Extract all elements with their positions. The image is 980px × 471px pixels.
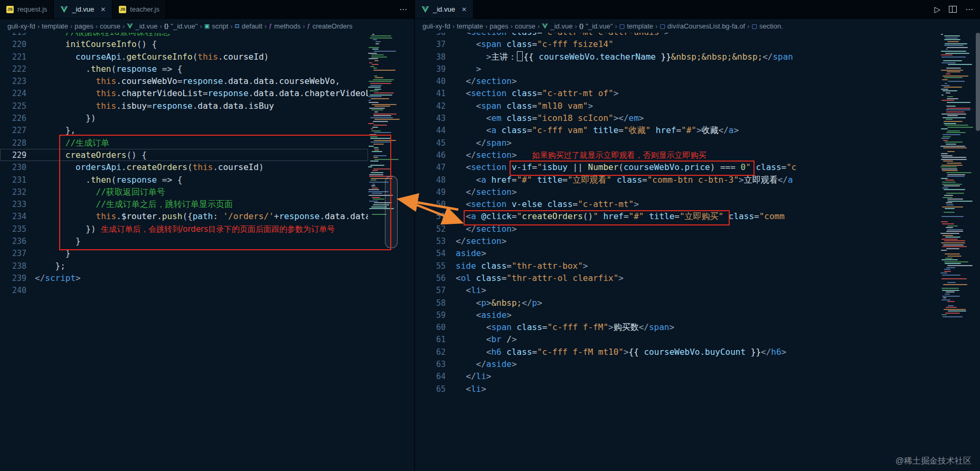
breadcrumb-template[interactable]: template (42, 22, 68, 30)
breadcrumb-methods[interactable]: ƒmethods (269, 22, 300, 30)
code-line-39[interactable]: 39 > (415, 63, 940, 75)
minimap-bar (944, 35, 960, 36)
code-line-225[interactable]: 225 this.isbuy=response.data.data.isBuy (0, 100, 368, 112)
code-line-60[interactable]: 60 <span class="c-fff f-fM">购买数</span> (415, 321, 940, 333)
breadcrumb-guli-xy-fd[interactable]: guli-xy-fd (422, 22, 450, 30)
breadcrumb-createOrders[interactable]: ƒcreateOrders (307, 22, 353, 30)
minimap-bar (368, 87, 381, 88)
breadcrumb-guli-xy-fd[interactable]: guli-xy-fd (7, 22, 35, 30)
code-line-51[interactable]: 51 <a @click="createOrders()" href="#" t… (415, 210, 940, 222)
split-editor-icon[interactable] (949, 6, 957, 13)
left-editor[interactable]: 219 //根据课程id查询课程信息220 initCourseInfo() {… (0, 33, 414, 471)
close-icon[interactable]: ✕ (100, 6, 106, 13)
code-line-53[interactable]: 53</section> (415, 235, 940, 247)
code-line-220[interactable]: 220 initCourseInfo() { (0, 38, 368, 50)
code-line-46[interactable]: 46 </section> 如果购买过了就显示立即观看，否则显示立即购买 (415, 149, 940, 161)
tab-_id.vue[interactable]: _id.vue✕ (54, 0, 112, 18)
breadcrumb-default[interactable]: ⊡default (235, 22, 262, 30)
code-line-222[interactable]: 222 .then(response => { (0, 63, 368, 75)
breadcrumb-section.[interactable]: ▢section. (752, 22, 783, 30)
code-line-47[interactable]: 47 <section v-if="isbuy || Number(course… (415, 161, 940, 173)
left-minimap-slider[interactable] (385, 176, 398, 248)
code-line-232[interactable]: 232 //获取返回订单号 (0, 186, 368, 198)
code-line-224[interactable]: 224 this.chapterVideoList=response.data.… (0, 87, 368, 99)
code-line-56[interactable]: 56<ol class="thr-attr-ol clearfix"> (415, 272, 940, 284)
breadcrumb-script[interactable]: ▣script (204, 22, 228, 30)
breadcrumb-div#aCoursesList.bg-fa.of[interactable]: ▢div#aCoursesList.bg-fa.of (659, 22, 745, 30)
code-line-233[interactable]: 233 //生成订单之后，跳转订单显示页面 (0, 198, 368, 210)
code-line-240[interactable]: 240 (0, 284, 368, 296)
minimap-bar (370, 90, 379, 91)
code-line-61[interactable]: 61 <br /> (415, 333, 940, 345)
code-line-228[interactable]: 228 //生成订单 (0, 137, 368, 149)
right-scrollbar[interactable] (975, 33, 980, 471)
code-line-63[interactable]: 63 </aside> (415, 358, 940, 370)
code-line-237[interactable]: 237 } (0, 247, 368, 259)
code-line-58[interactable]: 58 <p>&nbsp;</p> (415, 297, 940, 309)
code-line-234[interactable]: 234 this.$router.push({path: '/orders/'+… (0, 210, 368, 222)
code-line-65[interactable]: 65 <li> (415, 383, 940, 395)
left-minimap[interactable] (368, 33, 401, 471)
more-actions-icon[interactable]: ⋯ (965, 5, 973, 13)
right-tab-actions: ▷⋯ (927, 0, 980, 18)
code-line-64[interactable]: 64 </li> (415, 370, 940, 382)
code-line-239[interactable]: 239</script> (0, 272, 368, 284)
minimap-bar (941, 138, 949, 139)
code-line-219[interactable]: 219 //根据课程id查询课程信息 (0, 33, 368, 38)
code-line-54[interactable]: 54aside> (415, 247, 940, 259)
code-line-49[interactable]: 49 </section> (415, 186, 940, 198)
code-line-230[interactable]: 230 ordersApi.createOrders(this.courseId… (0, 161, 368, 173)
breadcrumb-_id.vue[interactable]: _id.vue (542, 22, 572, 30)
breadcrumb-pages[interactable]: pages (489, 22, 508, 30)
code-line-36[interactable]: 36 <section class="c-attr-mt c-attr-undi… (415, 33, 940, 38)
code-line-45[interactable]: 45 </span> (415, 137, 940, 149)
minimap-bar (375, 77, 384, 78)
breadcrumb-label: script (212, 22, 228, 30)
right-scrollbar-slider[interactable] (976, 33, 980, 131)
breadcrumb-course[interactable]: course (515, 22, 535, 30)
code-line-48[interactable]: 48 <a href="#" title="立即观看" class="comm-… (415, 174, 940, 186)
code-line-221[interactable]: 221 courseApi.getCourseInfo(this.courseI… (0, 51, 368, 63)
code-line-41[interactable]: 41 <section class="c-attr-mt of"> (415, 87, 940, 99)
breadcrumb-_id.vue[interactable]: _id.vue (127, 22, 157, 30)
breadcrumb-_id.vue[interactable]: {}"_id.vue" (579, 22, 613, 30)
right-minimap[interactable] (940, 33, 973, 471)
code-line-52[interactable]: 52 </section> (415, 223, 940, 235)
right-editor[interactable]: 36 <section class="c-attr-mt c-attr-undi… (415, 33, 980, 471)
breadcrumb-course[interactable]: course (100, 22, 120, 30)
code-line-55[interactable]: 55side class="thr-attr-box"> (415, 260, 940, 272)
run-code-icon[interactable]: ▷ (934, 5, 940, 13)
breadcrumb-template[interactable]: template (457, 22, 483, 30)
breadcrumb-_id.vue[interactable]: {}"_id.vue" (164, 22, 198, 30)
code-line-57[interactable]: 57 <li> (415, 284, 940, 296)
left-code-lines[interactable]: 219 //根据课程id查询课程信息220 initCourseInfo() {… (0, 33, 368, 297)
code-line-38[interactable]: 38 >主讲：{{ courseWebVo.teacherName }}&nbs… (415, 51, 940, 63)
code-line-44[interactable]: 44 <a class="c-fff vam" title="收藏" href=… (415, 124, 940, 136)
code-line-227[interactable]: 227 }, (0, 124, 368, 136)
more-actions-icon[interactable]: ⋯ (399, 5, 407, 13)
tab-_id.vue[interactable]: _id.vue✕ (415, 0, 474, 18)
code-line-235[interactable]: 235 }) 生成订单后，会跳转到/orders目录下的页面后面跟的参数为订单号 (0, 223, 368, 235)
code-line-59[interactable]: 59 <aside> (415, 309, 940, 321)
minimap-bar (947, 98, 958, 99)
code-line-62[interactable]: 62 <h6 class="c-fff f-fM mt10">{{ course… (415, 346, 940, 358)
code-line-50[interactable]: 50 <section v-else class="c-attr-mt"> (415, 198, 940, 210)
chevron-right-icon: › (655, 22, 657, 30)
code-line-229[interactable]: 229 createOrders() { (0, 149, 368, 161)
code-line-226[interactable]: 226 }) (0, 112, 368, 124)
line-content: this.chapterVideoList=response.data.data… (35, 88, 368, 98)
code-line-40[interactable]: 40 </section> (415, 75, 940, 87)
code-line-238[interactable]: 238 }; (0, 260, 368, 272)
right-code-lines[interactable]: 36 <section class="c-attr-mt c-attr-undi… (415, 33, 940, 395)
breadcrumb-template[interactable]: ▢template (619, 22, 653, 30)
tab-teacher.js[interactable]: JSteacher.js (112, 0, 166, 18)
code-line-231[interactable]: 231 .then(response => { (0, 174, 368, 186)
tab-request.js[interactable]: JSrequest.js (0, 0, 54, 18)
code-line-42[interactable]: 42 <span class="ml10 vam"> (415, 100, 940, 112)
code-line-37[interactable]: 37 <span class="c-fff fsize14" (415, 38, 940, 50)
breadcrumb-pages[interactable]: pages (74, 22, 93, 30)
code-line-223[interactable]: 223 this.courseWebVo=response.data.data.… (0, 75, 368, 87)
code-line-43[interactable]: 43 <em class="icon18 scIcon"></em> (415, 112, 940, 124)
code-line-236[interactable]: 236 } (0, 235, 368, 247)
close-icon[interactable]: ✕ (461, 6, 467, 13)
